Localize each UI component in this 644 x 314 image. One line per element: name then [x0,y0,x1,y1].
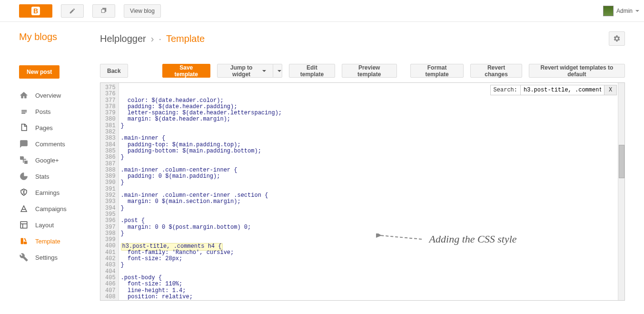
breadcrumb: Helplogger › · Template [100,31,625,46]
code-line[interactable]: } [121,231,618,237]
code-line[interactable]: padding: $(date.header.padding); [121,104,618,110]
posts-list-button[interactable] [92,4,115,18]
nav-icon [19,172,29,181]
code-line[interactable] [121,212,618,218]
sidebar-item-posts[interactable]: Posts [19,103,100,120]
svg-rect-0 [20,157,23,160]
nav-label: Template [35,238,60,245]
new-post-button[interactable]: New post [19,65,59,79]
nav-icon [19,107,29,116]
sidebar-item-stats[interactable]: Stats [19,168,100,184]
sidebar-item-overview[interactable]: Overview [19,87,100,103]
sidebar-item-earnings[interactable]: Earnings [19,184,100,201]
sidebar-item-layout[interactable]: Layout [19,217,100,233]
code-line[interactable]: margin: $(date.header.margin); [121,116,618,122]
revert-widget-templates-button[interactable]: Revert widget templates to default [529,64,625,78]
scrollbar[interactable] [618,83,624,300]
code-content[interactable]: color: $(date.header.color); padding: $(… [119,83,618,300]
svg-rect-1 [25,161,28,164]
admin-label: Admin [616,8,633,14]
toolbar: Back Save template Jump to widget Edit t… [100,64,625,78]
nav-label: Comments [35,141,65,148]
code-editor: Search: X 375376377378379380381382383384… [100,82,625,301]
code-line[interactable]: } [121,205,618,212]
sidebar-item-campaigns[interactable]: Campaigns [19,201,100,217]
code-line[interactable]: font-size: 110%; [121,281,618,287]
code-line[interactable]: } [121,123,618,129]
nav-icon [19,123,29,132]
breadcrumb-section: Template [166,33,205,44]
nav-label: Settings [35,254,58,261]
code-line[interactable]: color: $(date.header.color); [121,98,618,104]
jump-to-widget-split[interactable] [273,64,282,78]
preview-template-button[interactable]: Preview template [342,64,397,78]
code-line[interactable]: .main-inner .column-center-inner .sectio… [121,192,618,199]
nav-label: Google+ [35,157,59,164]
pencil-icon [69,8,76,14]
code-line[interactable]: } [121,154,618,161]
code-line[interactable] [121,237,618,243]
sidebar-item-comments[interactable]: Comments [19,136,100,152]
blogger-logo-button[interactable]: B [19,4,52,18]
nav-label: Campaigns [35,205,67,213]
search-label: Search: [491,87,520,93]
jump-to-widget-group: Jump to widget [217,64,282,78]
back-button[interactable]: Back [100,64,128,78]
nav-label: Posts [35,108,51,115]
sidebar-item-settings[interactable]: Settings [19,249,100,265]
breadcrumb-dot: · [159,33,161,44]
code-line[interactable]: .main-inner { [121,135,618,142]
code-line[interactable]: .main-inner .column-center-inner { [121,167,618,173]
code-line[interactable] [121,186,618,192]
sidebar-item-pages[interactable]: Pages [19,120,100,136]
my-blogs-link[interactable]: My blogs [19,31,100,42]
compose-button[interactable] [61,4,84,18]
save-template-button[interactable]: Save template [162,64,210,78]
code-line[interactable]: padding-top: $(main.padding.top); [121,142,618,148]
nav-icon [19,139,29,149]
sidebar: My blogs New post OverviewPostsPagesComm… [0,22,100,301]
search-close-button[interactable]: X [604,85,616,95]
code-line[interactable]: } [121,180,618,186]
code-line[interactable] [121,269,618,275]
chevron-down-icon [635,10,639,12]
line-gutter: 3753763773783793803813823833843853863873… [100,83,119,300]
code-line[interactable]: position: relative; [121,294,618,300]
code-line[interactable]: font-size: 28px; [121,256,618,262]
sidebar-item-template[interactable]: Template [19,233,100,249]
view-blog-button[interactable]: View blog [124,4,161,18]
blog-title[interactable]: Helplogger [100,33,146,44]
nav-label: Stats [35,173,50,180]
format-template-button[interactable]: Format template [410,64,464,78]
code-line[interactable]: padding-bottom: $(main.padding.bottom); [121,148,618,154]
nav-label: Overview [35,92,61,99]
code-line[interactable]: .post-body { [121,275,618,281]
code-line[interactable]: } [121,262,618,268]
nav-icon [19,236,29,246]
code-line[interactable]: margin: 0 $(main.section.margin); [121,199,618,205]
code-line[interactable]: font-family: 'Rancho', cursive; [121,250,618,256]
code-line[interactable]: padding: 0 $(main.padding); [121,173,618,180]
sidebar-item-google[interactable]: Google+ [19,152,100,168]
code-line[interactable]: h3.post-title, .comments h4 { [121,243,618,249]
code-line[interactable]: letter-spacing: $(date.header.letterspac… [121,110,618,116]
nav-icon [19,155,29,165]
search-box: Search: X [490,85,617,95]
scroll-thumb[interactable] [619,145,624,178]
code-line[interactable]: line-height: 1.4; [121,288,618,294]
code-line[interactable]: margin: 0 0 $(post.margin.bottom) 0; [121,224,618,231]
code-line[interactable]: .post { [121,218,618,224]
revert-changes-button[interactable]: Revert changes [470,64,522,78]
nav-icon [19,220,29,230]
code-line[interactable] [121,161,618,167]
nav-label: Layout [35,222,54,229]
code-line[interactable] [121,129,618,135]
gear-icon [613,35,621,42]
admin-menu[interactable]: Admin [603,6,639,16]
settings-gear-button[interactable] [609,31,625,46]
chevron-down-icon [277,70,281,72]
search-input[interactable] [520,85,604,95]
edit-template-button[interactable]: Edit template [289,64,335,78]
jump-to-widget-button[interactable]: Jump to widget [217,64,274,78]
content: Helplogger › · Template Back Save templa… [100,22,644,301]
